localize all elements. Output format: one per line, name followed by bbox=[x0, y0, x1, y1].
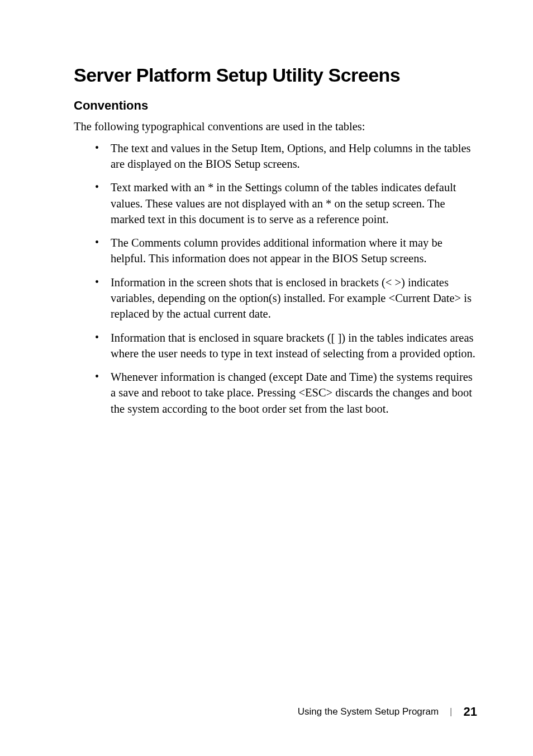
list-item: Information in the screen shots that is … bbox=[95, 275, 477, 322]
convention-list: The text and values in the Setup Item, O… bbox=[74, 140, 477, 417]
list-item: Text marked with an * in the Settings co… bbox=[95, 179, 477, 227]
list-item: Whenever information is changed (except … bbox=[95, 369, 477, 417]
list-item: The Comments column provides additional … bbox=[95, 235, 477, 267]
list-item: Information that is enclosed in square b… bbox=[95, 330, 477, 362]
document-page: Server Platform Setup Utility Screens Co… bbox=[0, 0, 533, 417]
page-footer: Using the System Setup Program | 21 bbox=[298, 705, 477, 719]
section-heading: Conventions bbox=[74, 98, 477, 113]
footer-separator: | bbox=[450, 706, 452, 717]
footer-page-number: 21 bbox=[464, 705, 477, 719]
intro-paragraph: The following typographical conventions … bbox=[74, 119, 477, 135]
footer-section-label: Using the System Setup Program bbox=[298, 706, 439, 717]
main-heading: Server Platform Setup Utility Screens bbox=[74, 64, 477, 86]
list-item: The text and values in the Setup Item, O… bbox=[95, 140, 477, 172]
